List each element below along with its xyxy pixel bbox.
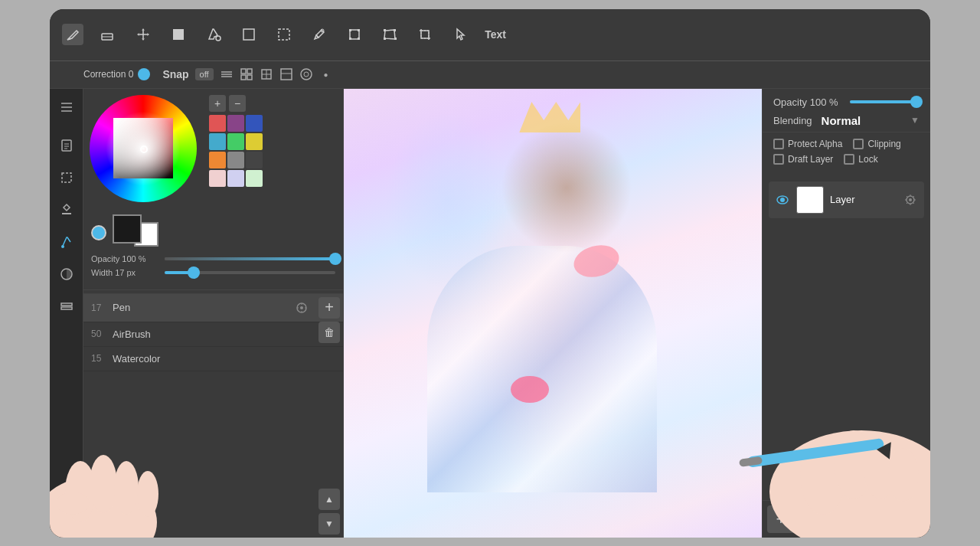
opacity-thumb[interactable] (329, 253, 341, 265)
swatch-5[interactable] (246, 133, 263, 150)
swatch-1[interactable] (227, 115, 244, 132)
svg-rect-9 (349, 38, 351, 40)
swatch-4[interactable] (227, 133, 244, 150)
lock-checkbox[interactable]: Lock (844, 154, 877, 165)
snap-hatching-icon[interactable] (278, 66, 295, 83)
brush-settings-pen[interactable] (294, 300, 309, 316)
width-slider-track[interactable] (165, 271, 335, 274)
brush-icon[interactable] (54, 230, 79, 254)
fill-tool[interactable] (203, 24, 224, 45)
brush-add-btn[interactable]: + (318, 297, 340, 319)
brush-delete-btn[interactable]: 🗑 (318, 322, 340, 343)
selection-sidebar-icon[interactable] (54, 165, 79, 190)
swatch-6[interactable] (209, 152, 226, 168)
swatch-8[interactable] (246, 152, 263, 168)
svg-rect-39 (61, 307, 72, 309)
swatch-0[interactable] (209, 115, 226, 132)
layer-bottom: + (763, 500, 930, 538)
snap-extra-icon[interactable]: ● (318, 66, 335, 83)
crop-tool[interactable] (414, 24, 436, 45)
swatch-11[interactable] (246, 170, 263, 187)
protect-alpha-checkbox[interactable]: Protect Alpha (773, 139, 842, 149)
brush-item-watercolor[interactable]: 15 Watercolor (83, 347, 343, 371)
snap-off-btn[interactable]: off (195, 68, 214, 80)
svg-rect-14 (394, 38, 397, 40)
svg-rect-26 (281, 69, 292, 80)
snap-grid-icon[interactable] (238, 66, 255, 83)
svg-point-29 (304, 72, 309, 77)
opacity-slider[interactable] (850, 100, 920, 103)
layers-icon[interactable] (54, 294, 79, 319)
draft-layer-checkbox[interactable]: Draft Layer (773, 154, 833, 165)
checkbox-row-2: Draft Layer Lock (773, 154, 920, 165)
color-square[interactable] (113, 118, 173, 178)
selection-tool[interactable] (273, 24, 295, 45)
new-file-icon[interactable] (54, 133, 79, 158)
swatch-9[interactable] (209, 170, 226, 187)
artwork-canvas[interactable] (344, 89, 762, 538)
blending-value[interactable]: Normal (822, 114, 906, 127)
pen-tool[interactable] (62, 24, 83, 45)
fill-shape-tool[interactable] (168, 24, 189, 45)
swatch-7[interactable] (227, 152, 244, 168)
palette-indicator-icon[interactable] (91, 225, 106, 240)
menu-icon[interactable] (54, 95, 79, 119)
opacity-slider-thumb[interactable] (910, 96, 923, 108)
layer-name: Layer (830, 194, 897, 205)
swatch-10[interactable] (227, 170, 244, 187)
brush-item-airbrush[interactable]: 50 AirBrush (83, 322, 343, 347)
blending-chevron-icon: ▼ (910, 115, 920, 126)
layer-delete-btn[interactable] (898, 505, 926, 533)
color-section: + − (83, 89, 343, 214)
pointer-tool[interactable] (449, 24, 471, 45)
redo-icon[interactable] (54, 507, 79, 531)
tablet-frame: Text Correction 0 Snap off ● (50, 9, 930, 538)
svg-rect-12 (394, 29, 396, 31)
deform-tool[interactable] (379, 24, 400, 45)
layer-visibility-eye[interactable] (775, 192, 790, 208)
brush-up-btn[interactable]: ▲ (318, 489, 340, 510)
undo-icon[interactable] (54, 475, 79, 499)
foreground-color[interactable] (113, 214, 142, 244)
layer-area: Layer (763, 175, 930, 500)
width-thumb[interactable] (188, 266, 200, 279)
brush-action-panel: + 🗑 ▲ ▼ (315, 294, 343, 538)
main-content: + − (50, 89, 930, 538)
canvas-area[interactable] (344, 89, 762, 538)
layer-add-btn[interactable]: + (767, 505, 795, 533)
snap-circle-icon[interactable] (298, 66, 315, 83)
opacity-label: Opacity 100 % (773, 96, 844, 108)
color-indicator[interactable] (140, 145, 148, 153)
brush-item-pen[interactable]: 17 Pen (83, 294, 343, 322)
swatch-3[interactable] (209, 133, 226, 150)
rectangle-tool[interactable] (238, 24, 260, 45)
clipping-checkbox[interactable]: Clipping (853, 139, 900, 149)
color-wheel[interactable] (90, 95, 203, 208)
opacity-slider-track[interactable] (165, 257, 335, 260)
stamp-icon[interactable] (54, 198, 79, 222)
palette-add-btn[interactable]: + (209, 95, 226, 112)
svg-rect-13 (384, 38, 386, 40)
width-slider-label: Width 17 px (91, 268, 160, 277)
brush-down-btn[interactable]: ▼ (318, 513, 340, 535)
color-mix-icon[interactable] (54, 262, 79, 286)
brush-list-relative: 17 Pen 50 AirBrush 15 Watercolo (83, 294, 343, 538)
layer-item[interactable]: Layer (769, 181, 924, 218)
palette-remove-btn[interactable]: − (229, 95, 246, 112)
left-panel: + − (83, 89, 344, 538)
text-tool[interactable]: Text (485, 24, 506, 45)
snap-label: Snap (162, 68, 188, 80)
snap-rect-icon[interactable] (258, 66, 275, 83)
move-tool[interactable] (132, 24, 154, 45)
svg-rect-20 (247, 69, 252, 74)
eyedropper-tool[interactable] (309, 24, 330, 45)
swatch-2[interactable] (246, 115, 263, 132)
svg-rect-11 (384, 29, 386, 31)
snap-lines-icon[interactable] (218, 66, 235, 83)
transform-tool[interactable] (344, 24, 365, 45)
eraser-tool[interactable] (97, 24, 119, 45)
svg-rect-34 (62, 173, 71, 182)
svg-point-36 (61, 245, 64, 248)
layer-gear-icon[interactable] (903, 192, 918, 208)
correction-indicator[interactable] (138, 68, 150, 80)
